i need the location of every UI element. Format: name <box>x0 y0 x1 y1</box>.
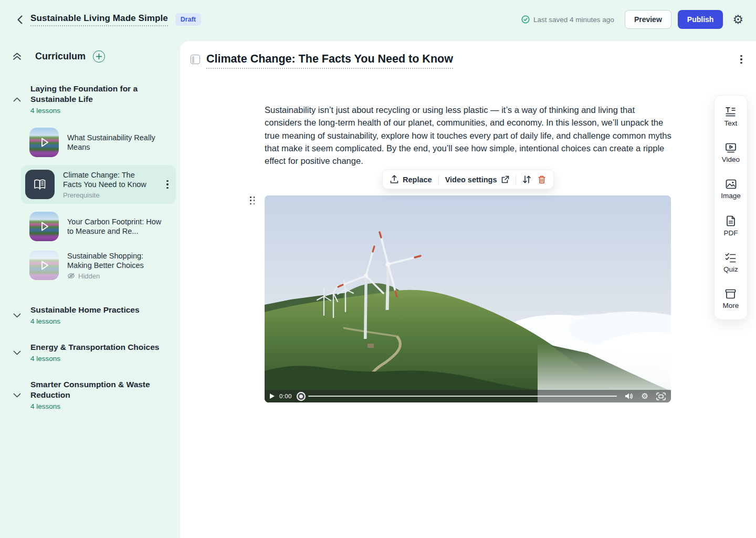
lesson-video-thumbnail <box>29 212 59 241</box>
lesson-item[interactable]: What Sustainability Really Means <box>25 123 172 162</box>
back-icon[interactable] <box>13 12 27 27</box>
play-icon <box>29 128 59 157</box>
lesson-title: Sustainable Shopping: Making Better Choi… <box>67 251 167 271</box>
wind-turbine-video-frame <box>265 195 671 402</box>
top-header: Sustainable Living Made Simple Draft Las… <box>0 0 756 39</box>
insert-more-button[interactable]: More <box>723 289 739 309</box>
more-archive-icon <box>725 289 736 299</box>
curriculum-heading: Curriculum <box>35 51 86 62</box>
section-header[interactable]: Sustainable Home Practices 4 lessons <box>13 305 172 325</box>
lesson-meta: Prerequisite <box>63 191 155 199</box>
delete-block-button[interactable] <box>538 175 546 184</box>
play-button[interactable] <box>270 394 275 399</box>
section-title[interactable]: Smarter Consumption & Waste Reduction <box>30 379 172 400</box>
lesson-page-title[interactable]: Climate Change: The Facts You Need to Kn… <box>206 53 453 69</box>
lesson-kebab-menu-icon[interactable] <box>166 180 169 189</box>
pdf-icon <box>726 215 736 226</box>
insert-quiz-button[interactable]: Quiz <box>723 253 738 273</box>
insert-text-button[interactable]: Text <box>724 107 738 127</box>
play-icon <box>29 212 59 241</box>
volume-icon[interactable] <box>625 392 634 400</box>
chevron-down-icon[interactable] <box>13 306 21 325</box>
video-block-toolbar: Replace Video settings <box>382 170 554 189</box>
video-settings-button[interactable]: Video settings <box>445 175 510 184</box>
preview-button[interactable]: Preview <box>625 10 671 29</box>
video-controls-bar: 0:00 ⚙ <box>265 390 671 402</box>
block-drag-handle[interactable] <box>250 196 255 204</box>
curriculum-sidebar: Curriculum Laying the Foundation for a S… <box>0 39 180 538</box>
last-saved-status: Last saved 4 minutes ago <box>521 15 614 24</box>
add-section-button[interactable] <box>93 50 105 63</box>
external-link-icon <box>501 175 509 184</box>
trash-icon <box>538 175 546 184</box>
chevron-down-icon[interactable] <box>13 380 21 410</box>
toggle-sidebar-icon[interactable] <box>191 55 200 64</box>
lesson-title: Your Carbon Footprint: How to Measure an… <box>67 217 167 236</box>
section-title[interactable]: Sustainable Home Practices <box>30 305 172 315</box>
lesson-item-hidden[interactable]: Sustainable Shopping: Making Better Choi… <box>25 246 172 285</box>
lesson-video-thumbnail <box>29 251 59 280</box>
fullscreen-icon[interactable] <box>656 392 666 400</box>
video-icon <box>725 143 737 153</box>
collapse-all-icon[interactable] <box>13 53 22 60</box>
text-icon <box>725 107 736 117</box>
lesson-video-thumbnail <box>29 128 59 157</box>
lesson-meta: Hidden <box>67 272 167 280</box>
video-player[interactable]: 0:00 ⚙ <box>265 195 671 402</box>
player-settings-icon[interactable]: ⚙ <box>642 392 648 400</box>
divider <box>438 174 439 185</box>
section-lesson-count: 4 lessons <box>30 402 172 410</box>
video-current-time: 0:00 <box>279 393 292 399</box>
lesson-title: Climate Change: The Facts You Need to Kn… <box>63 170 155 190</box>
insert-video-button[interactable]: Video <box>722 143 740 163</box>
publish-button[interactable]: Publish <box>678 10 723 29</box>
upload-icon <box>390 175 398 184</box>
section-lesson-count: 4 lessons <box>30 355 172 363</box>
lesson-options-kebab-icon[interactable] <box>740 55 742 64</box>
section-title[interactable]: Laying the Foundation for a Sustainable … <box>30 84 172 105</box>
play-icon <box>29 251 59 280</box>
lesson-item[interactable]: Your Carbon Footprint: How to Measure an… <box>25 207 172 246</box>
seek-handle[interactable] <box>298 393 304 400</box>
open-book-icon <box>33 178 47 191</box>
chevron-down-icon[interactable] <box>13 343 21 363</box>
curriculum-section: Sustainable Home Practices 4 lessons <box>13 305 172 325</box>
section-lesson-count: 4 lessons <box>30 317 172 325</box>
lesson-editor-canvas: Climate Change: The Facts You Need to Kn… <box>180 41 756 538</box>
image-icon <box>726 179 737 189</box>
eye-off-icon <box>67 273 75 279</box>
section-title[interactable]: Energy & Transportation Choices <box>30 342 172 353</box>
section-header[interactable]: Energy & Transportation Choices 4 lesson… <box>13 342 172 363</box>
status-badge: Draft <box>175 13 201 26</box>
insert-image-button[interactable]: Image <box>721 179 741 200</box>
lesson-reading-tile <box>25 170 55 199</box>
chevron-up-icon[interactable] <box>13 85 21 115</box>
insert-block-toolbar: Text Video Image PDF Quiz More <box>714 95 748 320</box>
section-header[interactable]: Smarter Consumption & Waste Reduction 4 … <box>13 379 172 410</box>
insert-pdf-button[interactable]: PDF <box>724 215 738 237</box>
settings-gear-icon[interactable]: ⚙ <box>732 14 743 26</box>
curriculum-section: Laying the Foundation for a Sustainable … <box>13 84 172 285</box>
section-lesson-count: 4 lessons <box>30 107 172 115</box>
replace-button[interactable]: Replace <box>390 175 432 184</box>
section-header[interactable]: Laying the Foundation for a Sustainable … <box>13 84 172 115</box>
lesson-item-selected[interactable]: Climate Change: The Facts You Need to Kn… <box>21 165 176 204</box>
course-title[interactable]: Sustainable Living Made Simple <box>30 13 168 26</box>
saved-check-icon <box>521 15 530 24</box>
move-block-button[interactable] <box>522 175 531 184</box>
quiz-checklist-icon <box>725 253 736 263</box>
curriculum-section: Smarter Consumption & Waste Reduction 4 … <box>13 379 172 410</box>
divider <box>516 174 516 185</box>
seek-track[interactable] <box>308 396 617 397</box>
lesson-intro-paragraph[interactable]: Sustainability isn’t just about recyclin… <box>265 104 672 167</box>
sort-arrows-icon <box>522 175 531 184</box>
curriculum-section: Energy & Transportation Choices 4 lesson… <box>13 342 172 363</box>
lesson-title: What Sustainability Really Means <box>67 133 167 152</box>
